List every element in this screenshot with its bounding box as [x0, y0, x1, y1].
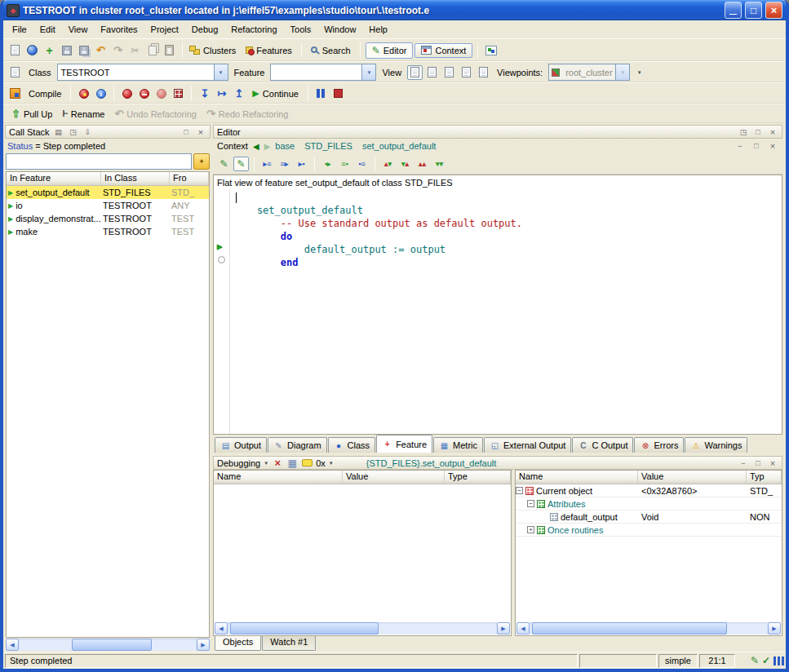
interface-view-icon[interactable]	[476, 65, 491, 80]
features-button[interactable]: Features	[242, 44, 295, 57]
menu-view[interactable]: View	[62, 22, 95, 37]
call-stack-hscrollbar[interactable]	[6, 639, 210, 651]
rename-button[interactable]: Rename	[58, 108, 109, 121]
column-from[interactable]: Fro	[170, 172, 209, 185]
read-only-toggle-icon[interactable]	[762, 655, 770, 666]
column-mode-icon[interactable]	[773, 657, 784, 665]
close-context-icon[interactable]	[767, 141, 778, 152]
maximize-debug-icon[interactable]	[752, 458, 764, 468]
close-editor-icon[interactable]	[767, 126, 778, 137]
discard-assertions-icon[interactable]	[76, 86, 91, 101]
collapse-icon[interactable]: −	[516, 487, 523, 494]
feature-combo-dropdown-icon[interactable]	[361, 64, 375, 80]
step-out-icon[interactable]	[231, 86, 246, 101]
minimize-context-icon[interactable]	[734, 141, 746, 152]
scroll-right-icon[interactable]	[197, 639, 210, 651]
object-tree-row[interactable]: − Attributes	[516, 497, 782, 511]
address-overflow-icon[interactable]	[632, 65, 647, 80]
breakpoint-info-icon[interactable]	[171, 86, 186, 101]
stack-depth-input[interactable]	[6, 153, 192, 170]
search-button[interactable]: Search	[307, 44, 355, 57]
copy-icon[interactable]	[144, 43, 160, 58]
export-objects-icon[interactable]	[286, 458, 298, 468]
enable-breakpoints-icon[interactable]	[119, 86, 135, 101]
history-back-icon[interactable]	[253, 142, 259, 151]
ancestor-versions-icon[interactable]: ▴▾	[380, 157, 396, 171]
basic-text-view-icon[interactable]	[407, 65, 423, 80]
menu-edit[interactable]: Edit	[33, 22, 62, 37]
step-over-icon[interactable]	[214, 86, 229, 101]
cut-icon[interactable]	[127, 43, 143, 58]
contract-view-icon[interactable]	[459, 65, 474, 80]
new-development-window-icon[interactable]	[483, 43, 499, 58]
object-tree-row[interactable]: default_output Void NON	[516, 511, 782, 524]
objects-hscrollbar[interactable]	[516, 622, 781, 634]
code-area[interactable]: set_output_default -- Use standard outpu…	[214, 189, 782, 434]
descendant-versions-icon[interactable]: ▾▴	[397, 157, 413, 171]
undo-refactoring-button[interactable]: Undo Refactoring	[110, 106, 201, 122]
close-panel-icon[interactable]	[195, 126, 206, 137]
call-stack-row[interactable]: display_demonstrat... TESTROOT TEST	[7, 212, 209, 225]
debugging-dropdown-icon[interactable]	[264, 461, 268, 466]
call-stack-row[interactable]: io TESTROOT ANY	[7, 199, 209, 212]
watch-column-name[interactable]: Name	[214, 471, 343, 484]
undo-icon[interactable]	[93, 43, 109, 58]
maximize-button[interactable]	[745, 2, 762, 19]
object-tree-row[interactable]: + Once routines	[516, 524, 782, 537]
minimize-button[interactable]	[725, 2, 742, 19]
class-combo[interactable]: TESTROOT	[57, 64, 228, 81]
pull-up-button[interactable]: Pull Up	[7, 106, 56, 122]
column-in-class[interactable]: In Class	[101, 172, 170, 185]
menu-favorites[interactable]: Favorites	[94, 22, 144, 37]
pause-icon[interactable]	[313, 86, 329, 101]
continue-button[interactable]: Continue	[248, 86, 303, 100]
menu-help[interactable]: Help	[362, 22, 394, 37]
save-all-icon[interactable]	[76, 43, 91, 58]
dock-icon[interactable]	[82, 126, 94, 137]
assignees-icon[interactable]: ▪▸	[320, 157, 335, 171]
stop-icon[interactable]	[330, 86, 346, 101]
tab-class[interactable]: ●Class	[328, 437, 376, 453]
app-icon[interactable]	[7, 4, 20, 17]
clickable-view-icon[interactable]	[424, 65, 440, 80]
class-combo-dropdown-icon[interactable]	[214, 64, 228, 80]
stack-depth-button[interactable]	[193, 153, 210, 170]
save-call-stack-icon[interactable]	[53, 126, 64, 137]
implementers-icon[interactable]: ▴▴	[414, 157, 430, 171]
paste-icon[interactable]	[162, 43, 177, 58]
tab-external-output[interactable]: ◱External Output	[484, 437, 571, 453]
maximize-panel-icon[interactable]	[180, 126, 192, 137]
feature-combo[interactable]	[270, 64, 376, 81]
hex-toggle[interactable]: 0x	[316, 458, 326, 468]
save-icon[interactable]	[59, 43, 74, 58]
stop-debug-icon[interactable]	[272, 458, 283, 468]
assigners-icon[interactable]: ▸▪	[294, 157, 309, 171]
close-debug-icon[interactable]	[767, 458, 778, 468]
close-button[interactable]	[765, 2, 782, 19]
notes-icon[interactable]	[301, 458, 312, 468]
menu-window[interactable]: Window	[317, 22, 362, 37]
redo-icon[interactable]	[110, 43, 126, 58]
add-item-icon[interactable]	[42, 43, 57, 58]
redo-refactoring-button[interactable]: Redo Refactoring	[202, 106, 293, 122]
crumb-class[interactable]: STD_FILES	[304, 141, 352, 151]
column-in-feature[interactable]: In Feature	[7, 172, 101, 185]
menu-tools[interactable]: Tools	[284, 22, 318, 37]
hex-dropdown-icon[interactable]	[329, 461, 334, 466]
expand-icon[interactable]: +	[527, 526, 534, 533]
tab-watch-1[interactable]: Watch #1	[262, 636, 316, 651]
disable-breakpoints-icon[interactable]	[136, 86, 152, 101]
objects-empty-area[interactable]	[516, 537, 782, 621]
tab-objects[interactable]: Objects	[215, 636, 261, 651]
tab-warnings[interactable]: ⚠Warnings	[685, 437, 747, 453]
tab-output[interactable]: ▤Output	[215, 437, 267, 453]
breakpoint-slot-icon[interactable]	[218, 256, 225, 263]
step-into-icon[interactable]	[197, 86, 212, 101]
callers-icon[interactable]: ▸≡	[259, 157, 275, 171]
remove-breakpoints-icon[interactable]	[153, 86, 169, 101]
edit-feature-icon[interactable]	[216, 157, 232, 171]
watch-empty-area[interactable]	[214, 484, 511, 621]
editor-gutter[interactable]	[214, 189, 230, 434]
creation-icon[interactable]: ▪≡	[354, 157, 370, 171]
new-document-icon[interactable]	[7, 43, 23, 58]
